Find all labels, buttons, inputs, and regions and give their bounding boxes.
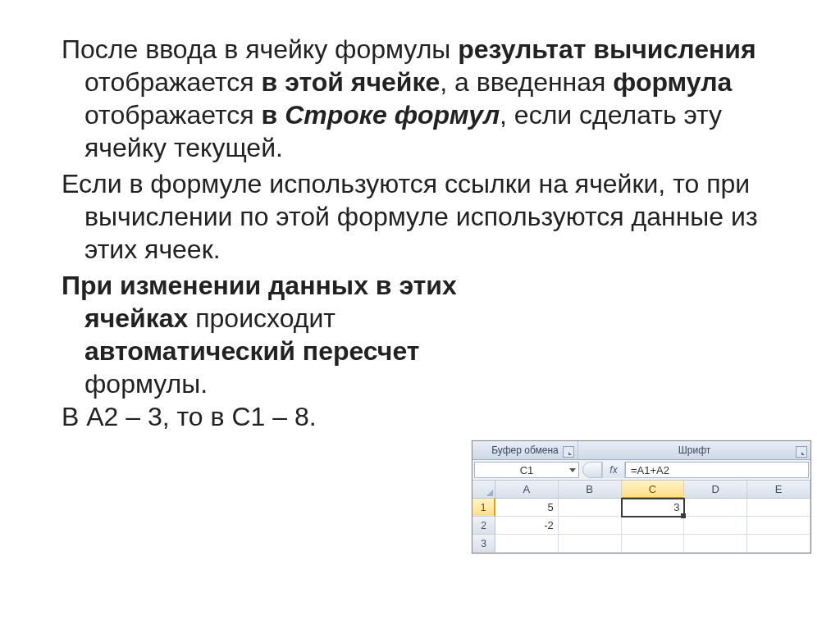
row-header-1[interactable]: 1 [472,499,495,517]
chevron-down-icon[interactable] [569,468,576,472]
paragraph-2: Если в формуле используются ссылки на яч… [37,167,803,266]
formula-input[interactable]: =A1+A2 [625,462,809,478]
cell-d3[interactable] [684,535,747,553]
paragraph-3: При изменении данных в этих ячейках прои… [37,269,495,400]
cell-a1[interactable]: 5 [495,499,559,517]
p1-run1: После ввода в ячейку формулы [62,34,458,64]
cell-b1[interactable] [559,499,622,517]
formula-value: =A1+A2 [631,464,669,476]
dialog-launcher-icon[interactable] [563,446,574,458]
col-header-b[interactable]: B [559,481,622,499]
formula-bar-expand[interactable] [582,462,602,478]
cell-e3[interactable] [747,535,810,553]
excel-screenshot: Буфер обмена Шрифт C1 fx =A1+A2 A [472,440,811,554]
ribbon-group-font-label: Шрифт [678,444,710,456]
ribbon-group-clipboard-label: Буфер обмена [491,444,559,456]
p1-run3: , а введенная [440,67,613,97]
fx-label: fx [609,464,617,476]
select-all-corner[interactable] [472,481,495,499]
col-header-d[interactable]: D [684,481,747,499]
cell-e1[interactable] [747,499,810,517]
p1-run4: отображается [84,100,262,130]
ribbon-group-clipboard: Буфер обмена [472,441,578,459]
cell-c1[interactable]: 3 [622,499,685,517]
p1-bold3: формула [613,67,732,97]
cell-e2[interactable] [747,517,810,535]
p1-bold4: в [262,100,285,130]
body-text: После ввода в ячейку формулы результат в… [37,33,803,433]
cell-a2[interactable]: -2 [495,517,559,535]
cell-d1[interactable] [684,499,747,517]
p1-run2: отображается [84,67,262,97]
cell-b2[interactable] [559,517,622,535]
row-header-2[interactable]: 2 [472,517,495,535]
cell-c2[interactable] [622,517,685,535]
cell-a3[interactable] [495,535,559,553]
dialog-launcher-icon[interactable] [796,446,807,458]
p1-bold2: в этой ячейке [262,67,441,97]
cell-d2[interactable] [684,517,747,535]
p3-bold2: автоматический пересчет [84,336,419,366]
formula-bar: C1 fx =A1+A2 [472,460,810,481]
name-box[interactable]: C1 [474,462,579,478]
ribbon-group-font: Шрифт [578,441,810,459]
col-header-a[interactable]: A [495,481,559,499]
cell-b3[interactable] [559,535,622,553]
p1-bold1: результат вычисления [458,34,756,64]
p1-bolditalic: Строке формул [285,100,500,130]
p3-run2: формулы. [84,369,208,399]
spreadsheet-grid: A B C D E 1 5 3 2 -2 3 [472,481,810,553]
col-header-c[interactable]: C [622,481,685,499]
name-box-value: C1 [520,464,534,476]
paragraph-1: После ввода в ячейку формулы результат в… [37,33,803,164]
p3-run1: происходит [188,303,336,333]
ribbon-group-labels: Буфер обмена Шрифт [472,441,810,460]
insert-function-button[interactable]: fx [602,462,625,478]
row-header-3[interactable]: 3 [472,535,495,553]
paragraph-4: В А2 – 3, то в С1 – 8. [37,400,495,433]
col-header-e[interactable]: E [747,481,810,499]
cell-c3[interactable] [622,535,685,553]
